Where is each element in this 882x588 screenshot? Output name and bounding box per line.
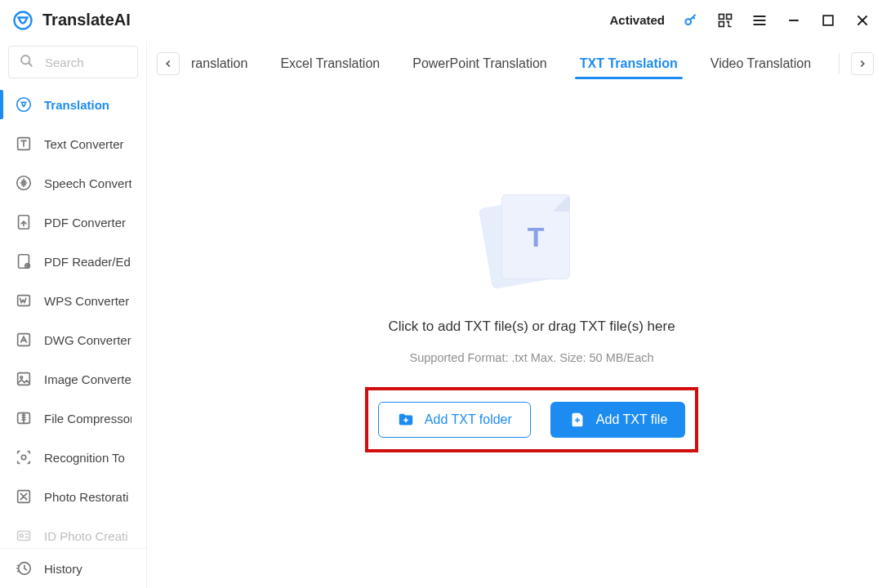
history-icon xyxy=(15,559,33,577)
supported-format-text: Supported Format: .txt Max. Size: 50 MB/… xyxy=(410,351,654,364)
add-buttons-highlight: Add TXT folder Add TXT file xyxy=(365,387,698,452)
tabs-list: ranslation Excel Translation PowerPoint … xyxy=(186,41,827,86)
search-box[interactable] xyxy=(8,46,138,78)
sidebar-item-label: Recognition To xyxy=(44,451,125,465)
sidebar-item-id-photo[interactable]: ID Photo Creati xyxy=(0,516,146,548)
translate-icon xyxy=(15,96,33,114)
svg-rect-9 xyxy=(823,16,833,25)
svg-point-0 xyxy=(15,11,32,29)
sidebar-item-label: Text Converter xyxy=(44,137,124,151)
drop-instruction: Click to add TXT file(s) or drag TXT fil… xyxy=(388,318,675,335)
svg-rect-4 xyxy=(719,21,724,26)
close-icon[interactable] xyxy=(854,12,871,29)
sidebar-item-label: File Compressor xyxy=(44,412,131,425)
search-icon xyxy=(19,53,33,71)
sidebar-item-label: Image Converte xyxy=(44,372,131,386)
add-txt-folder-button[interactable]: Add TXT folder xyxy=(378,402,531,438)
sidebar-item-photo-restoration[interactable]: Photo Restorati xyxy=(0,477,146,516)
svg-point-14 xyxy=(17,98,31,112)
minimize-icon[interactable] xyxy=(786,12,802,29)
text-convert-icon xyxy=(15,135,33,153)
sidebar-item-label: PDF Converter xyxy=(44,216,126,229)
tab-label: Excel Translation xyxy=(280,56,380,71)
svg-rect-2 xyxy=(719,14,724,19)
speech-icon xyxy=(15,174,33,192)
sidebar-item-label: Photo Restorati xyxy=(44,490,128,504)
sidebar-item-pdf-reader[interactable]: PDF Reader/Edi xyxy=(0,242,146,281)
button-label: Add TXT folder xyxy=(425,412,512,427)
pdf-reader-icon xyxy=(15,252,33,270)
svg-point-28 xyxy=(20,534,23,537)
tab-scroll-right[interactable] xyxy=(851,52,874,75)
sidebar-item-speech-convert[interactable]: Speech Convert xyxy=(0,163,146,203)
sidebar-item-label: DWG Converter xyxy=(44,333,131,347)
file-plus-icon xyxy=(568,411,586,429)
key-icon[interactable] xyxy=(683,12,699,29)
illustration-letter: T xyxy=(528,221,545,253)
compress-icon xyxy=(15,409,33,427)
photo-icon xyxy=(15,488,33,506)
sidebar-item-dwg-converter[interactable]: DWG Converter xyxy=(0,320,146,359)
sidebar-item-translation[interactable]: Translation xyxy=(0,85,146,124)
tab-excel-translation[interactable]: Excel Translation xyxy=(264,41,396,86)
sidebar-item-label: PDF Reader/Edi xyxy=(44,255,131,269)
sidebar-item-label: WPS Converter xyxy=(44,294,129,308)
sidebar-item-recognition[interactable]: Recognition To xyxy=(0,438,146,477)
brand: TranslateAI xyxy=(11,9,131,32)
sidebar: Translation Text Converter Speech Conver… xyxy=(0,41,147,588)
titlebar-controls: Activated xyxy=(609,12,871,29)
sidebar-item-label: ID Photo Creati xyxy=(44,529,128,543)
tabsbar: ranslation Excel Translation PowerPoint … xyxy=(147,41,882,87)
brand-name: TranslateAI xyxy=(42,11,131,29)
sidebar-item-text-converter[interactable]: Text Converter xyxy=(0,124,146,163)
sidebar-item-history[interactable]: History xyxy=(0,549,146,588)
tab-word-translation[interactable]: ranslation xyxy=(186,41,264,86)
svg-point-23 xyxy=(20,376,23,379)
tab-label: ranslation xyxy=(191,56,247,71)
tab-scroll-left[interactable] xyxy=(157,52,180,75)
qr-icon[interactable] xyxy=(717,12,733,29)
wps-icon xyxy=(15,292,33,310)
tab-txt-translation[interactable]: TXT Translation xyxy=(564,41,694,86)
sidebar-item-label: Translation xyxy=(44,98,109,112)
brand-logo-icon xyxy=(11,9,34,32)
recognition-icon xyxy=(15,448,33,466)
sidebar-item-wps-converter[interactable]: WPS Converter xyxy=(0,281,146,320)
tab-label: TXT Translation xyxy=(580,56,678,71)
titlebar: TranslateAI Activated xyxy=(0,0,882,41)
tab-label: PowerPoint Translation xyxy=(412,56,547,71)
tab-powerpoint-translation[interactable]: PowerPoint Translation xyxy=(396,41,564,86)
sidebar-item-label: History xyxy=(44,562,82,576)
svg-rect-22 xyxy=(18,373,30,385)
sidebar-item-file-compressor[interactable]: File Compressor xyxy=(0,399,146,438)
sidebar-list: Translation Text Converter Speech Conver… xyxy=(0,85,146,548)
tab-label: Video Translation xyxy=(710,56,811,71)
menu-icon[interactable] xyxy=(751,12,768,29)
folder-plus-icon xyxy=(397,411,415,429)
svg-line-13 xyxy=(29,63,32,66)
svg-point-25 xyxy=(21,455,26,460)
separator xyxy=(839,53,840,74)
add-txt-file-button[interactable]: Add TXT file xyxy=(550,402,685,438)
svg-rect-3 xyxy=(727,14,732,19)
sidebar-bottom: History xyxy=(0,548,146,588)
idphoto-icon xyxy=(15,527,33,545)
button-label: Add TXT file xyxy=(596,412,667,427)
dwg-icon xyxy=(15,331,33,349)
image-icon xyxy=(15,370,33,388)
content-area[interactable]: T Click to add TXT file(s) or drag TXT f… xyxy=(147,87,882,588)
activated-label: Activated xyxy=(609,13,665,27)
sidebar-item-image-converter[interactable]: Image Converte xyxy=(0,359,146,399)
main: ranslation Excel Translation PowerPoint … xyxy=(147,41,882,588)
pdf-convert-icon xyxy=(15,213,33,231)
search-input[interactable] xyxy=(45,56,127,69)
sidebar-item-pdf-converter[interactable]: PDF Converter xyxy=(0,203,146,242)
tab-video-translation[interactable]: Video Translation xyxy=(694,41,827,86)
sidebar-item-label: Speech Convert xyxy=(44,176,131,190)
txt-file-illustration: T xyxy=(462,185,601,299)
maximize-icon[interactable] xyxy=(820,12,836,29)
